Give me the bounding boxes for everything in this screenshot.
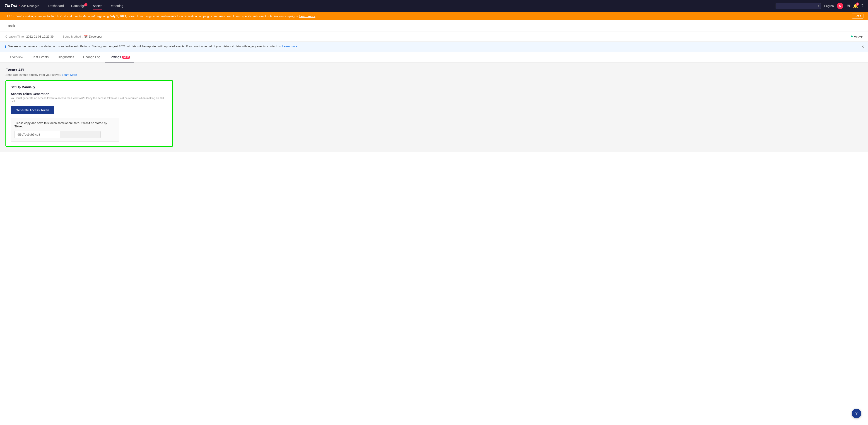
search-container: ▾ [776,3,821,9]
tab-overview[interactable]: Overview [5,52,28,62]
meta-row: Creation Time : 2022-01-03 19:29:39 Setu… [0,31,868,42]
back-arrow-icon: ‹ [5,24,6,28]
access-token-section: Access Token Generation You must generat… [11,92,168,142]
assets-dot: · [103,4,104,8]
section-header: Events API Send web events directly from… [5,68,863,76]
campaign-badge: 3 [84,3,87,6]
nav-link-campaign[interactable]: Campaign 3 [68,3,89,9]
info-close-button[interactable]: ✕ [861,44,864,49]
back-label: Back [8,24,15,28]
info-banner: ℹ We are in the process of updating our … [0,42,868,52]
info-learn-more[interactable]: Learn more [282,44,297,48]
generate-access-token-button[interactable]: Generate Access Token [11,106,54,114]
setup-manually-box: Set Up Manually Access Token Generation … [5,80,173,147]
logo: TikTok · Ads Manager [4,4,39,8]
access-token-desc: You must generate an access token to acc… [11,97,168,103]
tab-settings[interactable]: Settings NEW [105,52,134,62]
token-value-input[interactable] [14,131,60,138]
announce-prev[interactable]: ‹ [4,14,5,18]
help-icon[interactable]: ? [861,4,864,8]
search-input[interactable] [776,3,821,9]
back-bar: ‹ Back [0,20,868,31]
tab-test-events[interactable]: Test Events [28,52,53,62]
token-copy-area[interactable] [60,131,100,138]
status-dot [851,36,852,37]
creation-time: Creation Time : 2022-01-03 19:29:39 [5,35,54,38]
search-dropdown-icon: ▾ [818,4,819,7]
info-icon: ℹ [5,45,6,49]
mail-icon[interactable]: ✉ [846,3,850,8]
logo-tiktok-text: TikTok [4,4,18,8]
nav-link-reporting[interactable]: Reporting [106,3,127,9]
nav-links: Dashboard Campaign 3 Assets · Reporting [45,3,769,9]
notification-icon[interactable]: 🔔 1 [853,3,858,8]
nav-right: ▾ English U ✉ 🔔 1 ? [776,3,864,9]
nav-link-assets[interactable]: Assets · [90,3,105,9]
main-content: ‹ Back Creation Time : 2022-01-03 19:29:… [0,20,868,425]
back-link[interactable]: ‹ Back [5,24,15,28]
calendar-icon: 📅 [84,35,88,38]
tab-change-log[interactable]: Change Log [79,52,105,62]
events-api-subtitle: Send web events directly from your serve… [5,73,863,76]
page-content: Events API Send web events directly from… [0,63,868,152]
meta-info: Creation Time : 2022-01-03 19:29:39 Setu… [5,35,102,38]
announce-counter: 1 / 2 [7,14,12,18]
setup-method: Setup Method : 📅 Developer [63,35,102,38]
announce-next[interactable]: › [13,14,14,18]
settings-new-badge: NEW [122,56,130,59]
announce-nav: ‹ 1 / 2 › [4,14,14,18]
notification-badge: 1 [856,2,859,6]
help-fab-button[interactable]: ? [852,409,861,418]
token-notice-box: Please copy and save this token somewher… [11,118,119,142]
announce-dismiss-button[interactable]: Got it [852,13,864,19]
access-token-label: Access Token Generation [11,92,168,96]
announce-text: We're making changes to TikTok Pixel and… [17,14,850,18]
events-api-learn-more[interactable]: Learn More [62,73,77,76]
token-notice-text: Please copy and save this token somewher… [14,121,116,128]
tab-diagnostics[interactable]: Diagnostics [53,52,79,62]
logo-ads-text: Ads Manager [21,4,39,8]
announce-highlight: July 1, 2021 [110,14,126,18]
logo-dot: · [19,4,20,8]
top-navigation: TikTok · Ads Manager Dashboard Campaign … [0,0,868,12]
events-api-title: Events API [5,68,863,72]
announce-learn-more[interactable]: Learn more [299,14,315,18]
token-input-row [14,131,116,138]
box-title: Set Up Manually [11,85,168,89]
language-selector[interactable]: English [824,4,834,8]
status-label: Active [854,35,863,38]
info-text: We are in the process of updating our st… [8,44,298,48]
announcement-banner: ‹ 1 / 2 › We're making changes to TikTok… [0,12,868,20]
tabs-row: Overview Test Events Diagnostics Change … [0,52,868,63]
user-avatar[interactable]: U [837,3,843,9]
nav-link-dashboard[interactable]: Dashboard [45,3,67,9]
status-active: Active [851,35,863,38]
